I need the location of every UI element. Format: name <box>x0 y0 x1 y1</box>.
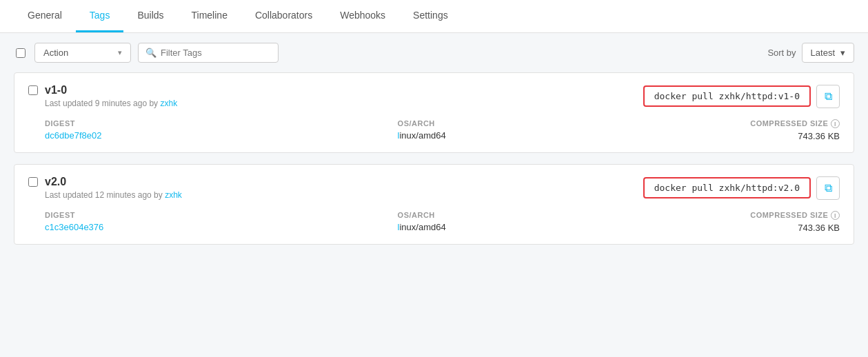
chevron-down-icon: ▾ <box>118 48 122 57</box>
action-label: Action <box>43 48 68 58</box>
search-icon: 🔍 <box>145 48 157 58</box>
tag-updated: Last updated 12 minutes ago by zxhk <box>45 190 182 200</box>
tag-card: v1-0 Last updated 9 minutes ago by zxhk … <box>14 72 854 153</box>
digest-label: DIGEST <box>45 211 398 219</box>
size-label: COMPRESSED SIZE i <box>750 211 840 220</box>
tag-card: v2.0 Last updated 12 minutes ago by zxhk… <box>14 164 854 245</box>
copy-icon: ⧉ <box>825 90 832 103</box>
os-arch-value: linux/amd64 <box>398 222 751 232</box>
digest-label: DIGEST <box>45 119 398 127</box>
action-dropdown[interactable]: Action ▾ <box>34 43 131 63</box>
tag-user-link[interactable]: zxhk <box>165 190 182 200</box>
tag-updated: Last updated 9 minutes ago by zxhk <box>45 99 177 108</box>
sort-area: Sort by Latest ▾ <box>767 43 854 63</box>
tab-webhooks[interactable]: Webhooks <box>326 0 399 32</box>
tab-settings[interactable]: Settings <box>399 0 462 32</box>
sort-dropdown[interactable]: Latest ▾ <box>802 43 854 63</box>
digest-link[interactable]: dc6dbe7f8e02 <box>45 130 101 141</box>
tab-tags[interactable]: Tags <box>76 0 124 32</box>
size-label: COMPRESSED SIZE i <box>750 119 840 128</box>
tag-checkbox-v2[interactable] <box>28 177 38 187</box>
copy-icon: ⧉ <box>825 182 832 194</box>
tab-timeline[interactable]: Timeline <box>178 0 241 32</box>
pull-command: docker pull zxhk/httpd:v2.0 <box>643 177 811 198</box>
select-all-checkbox[interactable] <box>16 48 26 58</box>
os-arch-label: OS/ARCH <box>398 211 751 219</box>
info-icon: i <box>831 211 840 220</box>
search-box: 🔍 <box>138 43 279 63</box>
os-arch-label: OS/ARCH <box>398 119 751 127</box>
sort-value: Latest <box>811 48 835 58</box>
tag-name: v2.0 <box>45 176 182 188</box>
tag-user-link[interactable]: zxhk <box>160 99 177 108</box>
tag-name: v1-0 <box>45 84 177 96</box>
sort-label: Sort by <box>767 48 796 58</box>
copy-button[interactable]: ⧉ <box>816 85 840 108</box>
tab-builds[interactable]: Builds <box>123 0 177 32</box>
toolbar: Action ▾ 🔍 Sort by Latest ▾ <box>0 33 868 72</box>
os-arch-value: linux/amd64 <box>398 130 751 141</box>
pull-command: docker pull zxhk/httpd:v1-0 <box>643 85 811 107</box>
copy-button[interactable]: ⧉ <box>816 176 840 200</box>
tab-general[interactable]: General <box>14 0 76 32</box>
info-icon: i <box>831 119 840 128</box>
tag-checkbox-v1[interactable] <box>28 85 38 95</box>
tab-collaborators[interactable]: Collaborators <box>241 0 326 32</box>
nav-tabs: General Tags Builds Timeline Collaborato… <box>0 0 868 33</box>
digest-link[interactable]: c1c3e604e376 <box>45 222 103 232</box>
size-value: 743.36 KB <box>750 223 840 233</box>
size-value: 743.36 KB <box>750 131 840 141</box>
search-input[interactable] <box>161 48 271 58</box>
content-area: v1-0 Last updated 9 minutes ago by zxhk … <box>0 72 868 269</box>
sort-chevron-icon: ▾ <box>840 48 845 58</box>
